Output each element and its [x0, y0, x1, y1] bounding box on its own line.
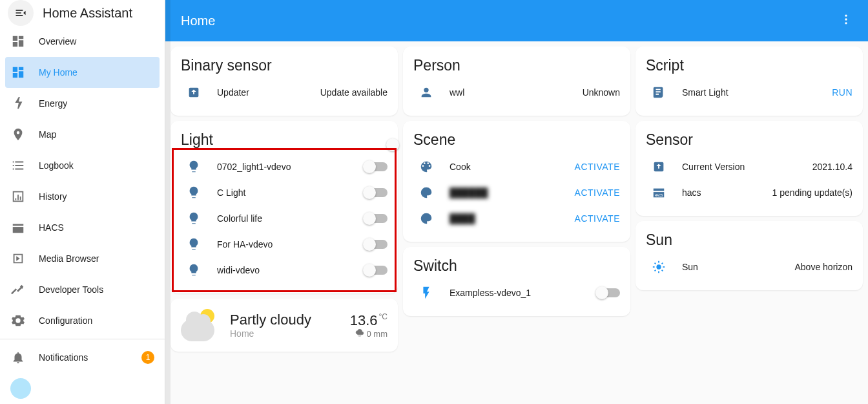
switch-row[interactable]: Exampless-vdevo_1: [413, 280, 620, 306]
binary-sensor-card: Binary sensor Updater Update available: [170, 47, 398, 116]
row-label: Sun: [682, 262, 784, 272]
row-value: Unknown: [583, 87, 620, 98]
row-label: widi-vdevo: [217, 265, 354, 275]
person-row[interactable]: wwl Unknown: [413, 80, 620, 105]
sidebar: Home Assistant Overview My Home Energy M…: [0, 0, 165, 404]
sidebar-item-label: HACS: [39, 222, 64, 233]
gear-icon: [10, 314, 26, 328]
activate-button[interactable]: ACTIVATE: [575, 213, 620, 224]
dashboard-icon: [10, 65, 26, 80]
card-title: Person: [413, 57, 620, 74]
binary-sensor-row[interactable]: Updater Update available: [181, 80, 388, 105]
lightbulb-icon: [181, 211, 207, 226]
notification-count-badge: 1: [141, 351, 154, 364]
palette-icon: [413, 160, 439, 174]
weather-card[interactable]: Partly cloudy Home 13.6°C 0 mm: [170, 299, 398, 352]
activate-button[interactable]: ACTIVATE: [575, 162, 620, 172]
sidebar-item-configuration[interactable]: Configuration: [0, 305, 165, 336]
brand-title: Home Assistant: [43, 6, 132, 21]
sidebar-item-label: My Home: [39, 67, 78, 78]
scene-row[interactable]: ██████ ACTIVATE: [413, 180, 620, 206]
card-title: Binary sensor: [181, 57, 388, 74]
sidebar-item-developer-tools[interactable]: Developer Tools: [0, 274, 165, 305]
page-title: Home: [181, 14, 840, 28]
update-icon: [181, 85, 207, 100]
light-row[interactable]: For HA-vdevo: [181, 231, 388, 257]
sidebar-item-my-home[interactable]: My Home: [5, 57, 160, 88]
light-row[interactable]: C Light: [181, 180, 388, 206]
sidebar-item-logbook[interactable]: Logbook: [0, 150, 165, 181]
map-icon: [10, 127, 26, 142]
sidebar-item-overview[interactable]: Overview: [0, 26, 165, 57]
lightbulb-icon: [181, 160, 207, 174]
row-label: Exampless-vdevo_1: [450, 288, 586, 298]
light-toggle[interactable]: [364, 240, 388, 249]
svg-point-4: [845, 22, 847, 24]
light-toggle[interactable]: [364, 214, 388, 223]
user-avatar[interactable]: [10, 378, 31, 399]
sidebar-collapse-button[interactable]: [8, 0, 34, 26]
row-label: Smart Light: [682, 87, 822, 98]
overflow-menu-button[interactable]: [840, 13, 852, 29]
script-row[interactable]: Smart Light RUN: [646, 80, 852, 105]
weather-info: Partly cloudy Home: [230, 312, 340, 339]
sensor-row[interactable]: Current Version 2021.10.4: [646, 154, 852, 180]
sidebar-item-history[interactable]: History: [0, 181, 165, 212]
list-icon: [10, 158, 26, 173]
light-toggle[interactable]: [364, 188, 388, 197]
sidebar-divider: [0, 339, 165, 339]
row-label: Colorful life: [217, 213, 354, 224]
sidebar-item-energy[interactable]: Energy: [0, 88, 165, 119]
row-label: Updater: [217, 87, 310, 98]
light-row[interactable]: widi-vdevo: [181, 257, 388, 283]
weather-label: Partly cloudy: [230, 312, 340, 328]
sidebar-item-notifications[interactable]: Notifications 1: [0, 342, 165, 373]
sidebar-item-hacs[interactable]: HACS: [0, 212, 165, 243]
scene-row[interactable]: ████ ACTIVATE: [413, 206, 620, 231]
sun-row[interactable]: Sun Above horizon: [646, 254, 852, 280]
activate-button[interactable]: ACTIVATE: [575, 187, 620, 198]
update-icon: [646, 160, 672, 174]
sidebar-item-label: Logbook: [39, 160, 74, 171]
light-toggle[interactable]: [364, 266, 388, 275]
script-icon: [646, 85, 672, 100]
light-row[interactable]: Colorful life: [181, 206, 388, 231]
row-value: Above horizon: [794, 262, 852, 272]
row-value: Update available: [320, 87, 388, 98]
weather-partly-cloudy-icon: [181, 309, 220, 341]
switch-card: Switch Exampless-vdevo_1: [403, 247, 630, 316]
row-label: hacs: [682, 187, 761, 198]
sidebar-item-media-browser[interactable]: Media Browser: [0, 243, 165, 274]
hacs-icon: HACS: [646, 186, 672, 200]
sidebar-item-label: Map: [39, 129, 56, 140]
precipitation-icon: [355, 329, 364, 338]
scene-row[interactable]: Cook ACTIVATE: [413, 154, 620, 180]
hammer-icon: [10, 282, 26, 297]
card-title: Script: [646, 57, 852, 74]
card-title-text: Light: [181, 131, 213, 149]
card-title: Scene: [413, 131, 620, 149]
svg-line-16: [662, 270, 663, 271]
sidebar-item-label: History: [39, 191, 67, 202]
switch-toggle[interactable]: [597, 288, 620, 297]
sidebar-item-map[interactable]: Map: [0, 119, 165, 150]
column-2: Person wwl Unknown Scene Cook ACTIVATE: [403, 47, 630, 352]
lightbulb-icon: [181, 263, 207, 277]
menu-collapse-icon: [14, 6, 27, 19]
column-1: Binary sensor Updater Update available L…: [170, 47, 398, 352]
card-title: Switch: [413, 257, 620, 275]
svg-text:HACS: HACS: [655, 194, 663, 197]
palette-icon: [413, 211, 439, 226]
light-row[interactable]: 0702_light1-vdevo: [181, 154, 388, 180]
sidebar-item-label: Notifications: [39, 352, 88, 363]
light-toggle[interactable]: [364, 162, 388, 171]
row-label: ██████: [450, 187, 564, 198]
light-card: Light 0702_light1-vdevo C Light: [170, 121, 398, 293]
run-button[interactable]: RUN: [832, 87, 852, 98]
content: Binary sensor Updater Update available L…: [165, 41, 868, 357]
row-label: 0702_light1-vdevo: [217, 162, 354, 172]
row-label: ████: [450, 213, 564, 224]
row-value: 1 pending update(s): [772, 187, 852, 198]
script-card: Script Smart Light RUN: [636, 47, 863, 116]
sensor-row[interactable]: HACS hacs 1 pending update(s): [646, 180, 852, 206]
